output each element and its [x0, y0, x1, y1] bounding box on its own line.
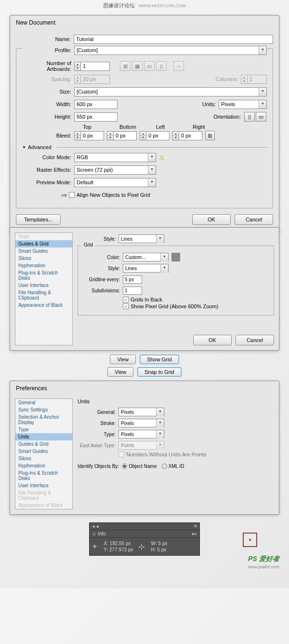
grids-back-checkbox[interactable]: ✓ [123, 297, 129, 302]
grid-color-dropdown[interactable]: Custom... [123, 253, 169, 261]
link-bleed-icon[interactable]: ⛓ [205, 131, 215, 140]
prefs-ok-button[interactable]: OK [193, 335, 232, 345]
prefs-item-ui[interactable]: User Interface [15, 282, 72, 289]
show-pixel-grid-checkbox[interactable]: ✓ [123, 303, 129, 309]
panel-close-icon[interactable]: ✕ [194, 524, 197, 529]
show-pixel-grid-label: Show Pixel Grid (Above 600% Zoom) [131, 303, 218, 309]
xml-id-label: XML ID [169, 464, 184, 469]
bleed-top-stepper[interactable]: ▲▼ [74, 131, 104, 140]
crosshair-icon: + [92, 542, 97, 551]
view-menu-button[interactable]: View [110, 355, 136, 364]
bleed-left-stepper[interactable]: ▲▼ [140, 131, 170, 140]
spacing-label: Spacing: [22, 76, 74, 82]
east-asian-dropdown: Points [118, 441, 164, 450]
subdivisions-input[interactable] [123, 287, 142, 295]
panel-arrows-icon[interactable]: ◄◄ [92, 524, 99, 529]
numbers-checkbox [118, 452, 124, 457]
profile-dropdown[interactable]: [Custom] [74, 46, 267, 55]
prefs-category-list[interactable]: Units Guides & Grid Smart Guides Slices … [15, 233, 73, 345]
name-label: Name: [16, 36, 74, 42]
name-input[interactable] [74, 35, 273, 44]
bleed-left-label: Left [156, 124, 189, 130]
panel-collapse-icon[interactable]: ◇ [92, 532, 96, 536]
gridline-every-label: Gridline every: [82, 277, 123, 282]
prefs2-item-smart[interactable]: Smart Guides [15, 448, 72, 455]
menu-show-grid: View Show Grid [0, 355, 289, 364]
general-units-dropdown[interactable]: Pixels [118, 408, 164, 416]
bleed-top-label: Top [83, 124, 116, 130]
units-dropdown[interactable]: Pixels [219, 100, 267, 109]
colormode-label: Color Mode: [22, 154, 74, 160]
disclosure-icon[interactable]: ▼ [22, 145, 26, 150]
prefs-item-slices[interactable]: Slices [15, 255, 72, 262]
bleed-label: Bleed: [22, 133, 74, 138]
prefs2-item-type[interactable]: Type [15, 426, 72, 433]
units-section-title: Units [78, 398, 274, 404]
prefs2-item-ui[interactable]: User Interface [15, 482, 72, 489]
prefs2-item-units[interactable]: Units [15, 433, 72, 440]
align-checkbox[interactable] [69, 192, 75, 198]
prefs-item-hyphenation[interactable]: Hyphenation [15, 262, 72, 269]
grid-style-dropdown[interactable]: Lines [123, 264, 169, 273]
snap-grid-button[interactable]: Snap to Grid [137, 367, 182, 377]
artboards-stepper[interactable]: ▲▼ [74, 62, 110, 71]
prefs-item-units[interactable]: Units [15, 233, 72, 240]
height-label: Height: [22, 114, 74, 120]
orientation-landscape-icon[interactable]: ▭ [256, 112, 266, 122]
prefs-item-appearance[interactable]: Appearance of Black [15, 301, 72, 309]
colormode-dropdown[interactable]: RGB [74, 153, 156, 162]
ok-button[interactable]: OK [192, 214, 231, 225]
prefs2-item-plugins[interactable]: Plug-ins & Scratch Disks [15, 469, 72, 482]
bleed-right-stepper[interactable]: ▲▼ [172, 131, 202, 140]
prefs-cancel-button[interactable]: Cancel [236, 335, 274, 345]
size-label: Size: [22, 89, 74, 95]
y-readout: Y: 277.973 px [104, 547, 133, 552]
prefs2-item-sync[interactable]: Sync Settings [15, 406, 72, 413]
show-grid-button[interactable]: Show Grid [140, 355, 179, 364]
raster-label: Raster Effects: [22, 167, 74, 173]
prefs-item-guides-grid[interactable]: Guides & Grid [15, 240, 72, 247]
cancel-button[interactable]: Cancel [235, 214, 273, 225]
object-name-radio[interactable] [122, 464, 127, 469]
prefs2-item-appearance[interactable]: Appearance of Black [15, 502, 72, 509]
guides-style-dropdown[interactable]: Lines [118, 234, 164, 243]
prefs-item-plugins[interactable]: Plug-ins & Scratch Disks [15, 269, 72, 282]
bleed-right-label: Right [193, 124, 225, 130]
prefs-item-file-handling[interactable]: File Handling & Clipboard [15, 289, 72, 301]
preview-dropdown[interactable]: Default [74, 178, 156, 187]
prefs2-item-guides[interactable]: Guides & Grid [15, 440, 72, 448]
height-input[interactable] [74, 112, 118, 122]
bleed-bottom-stepper[interactable]: ▲▼ [107, 131, 137, 140]
prefs-item-smart-guides[interactable]: Smart Guides [15, 247, 72, 255]
size-dropdown[interactable]: [Custom] [74, 87, 267, 96]
menu-snap-grid: View Snap to Grid [0, 367, 289, 377]
width-input[interactable] [74, 100, 118, 109]
templates-button[interactable]: Templates... [16, 214, 61, 225]
prefs2-item-hyph[interactable]: Hyphenation [15, 462, 72, 469]
align-label: Align New Objects to Pixel Grid [77, 192, 150, 198]
brand-watermark: PS 爱好者 www.psahz.com [248, 555, 279, 569]
view-menu-button-2[interactable]: View [107, 367, 133, 377]
advanced-label: Advanced [28, 144, 52, 150]
prefs2-category-list[interactable]: General Sync Settings Selection & Anchor… [15, 398, 73, 509]
xml-id-radio[interactable] [162, 464, 167, 469]
preferences-guides-dialog: Units Guides & Grid Smart Guides Slices … [10, 227, 279, 351]
color-swatch[interactable] [171, 253, 180, 261]
panel-menu-icon[interactable]: ▾≡ [192, 532, 197, 536]
prefs2-item-selection[interactable]: Selection & Anchor Display [15, 413, 72, 426]
type-units-dropdown[interactable]: Pixels [118, 430, 164, 438]
columns-stepper: ▲▼ [241, 75, 267, 84]
units-label: Units: [118, 101, 219, 107]
arrange-grid-col-icon: ▦ [132, 61, 143, 71]
prefs2-item-slices[interactable]: Slices [15, 455, 72, 462]
general-units-label: General: [78, 410, 118, 415]
dimensions-icon: ⊹ [138, 542, 144, 551]
orientation-portrait-icon[interactable]: ▯ [244, 112, 255, 122]
prefs2-item-general[interactable]: General [15, 399, 72, 406]
bleed-bottom-label: Bottom [119, 124, 152, 130]
prefs2-item-file[interactable]: File Handling & Clipboard [15, 489, 72, 502]
gridline-every-input[interactable] [123, 275, 142, 284]
hint-arrow-icon: ⇒ [61, 191, 67, 200]
stroke-units-dropdown[interactable]: Pixels [118, 419, 164, 427]
raster-dropdown[interactable]: Screen (72 ppi) [74, 165, 156, 175]
